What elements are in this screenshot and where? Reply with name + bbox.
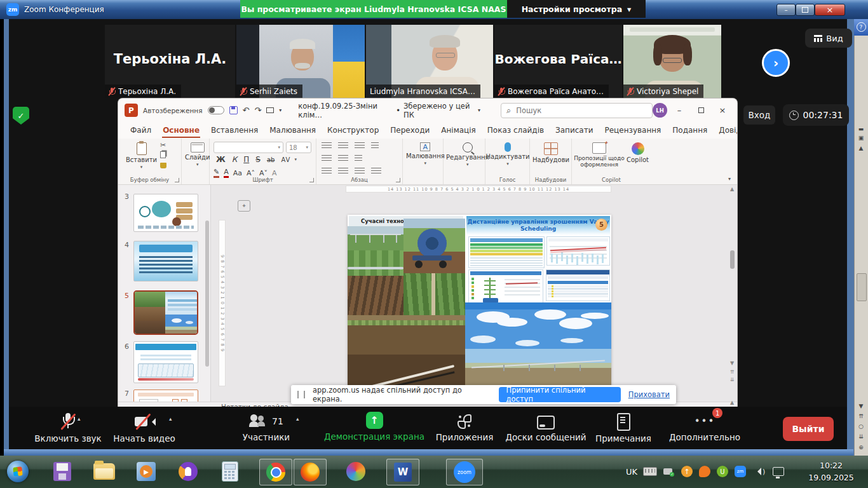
- title-chevron-icon[interactable]: ▾: [478, 107, 480, 113]
- font-dialog-launcher[interactable]: [309, 178, 314, 182]
- copilot-button[interactable]: Copilot: [627, 142, 649, 163]
- cut-icon[interactable]: ✂: [160, 141, 166, 149]
- scroll-up-icon[interactable]: ▲: [854, 145, 868, 151]
- taskbar-icon-photos[interactable]: [343, 459, 369, 484]
- ppt-close-button[interactable]: ×: [713, 105, 732, 115]
- hide-link[interactable]: Приховати: [628, 390, 670, 399]
- redo-icon[interactable]: ↷: [254, 105, 261, 115]
- bold-button[interactable]: Ж: [214, 155, 228, 164]
- save-icon[interactable]: [229, 106, 238, 114]
- video-tile-terokhina[interactable]: Терьохіна Л.А. Терьохіна Л.А.: [105, 25, 235, 98]
- zoom-tray-icon[interactable]: zm: [735, 465, 746, 478]
- search-box[interactable]: ⌕: [501, 103, 653, 118]
- taskbar-icon-zoom[interactable]: zoom: [446, 459, 483, 485]
- new-slide-button[interactable]: Слайди ▾: [185, 142, 210, 167]
- tab-transitions[interactable]: Переходи: [384, 123, 435, 137]
- tab-file[interactable]: Файл: [125, 123, 157, 137]
- next-page-icon[interactable]: ⇊: [854, 433, 868, 440]
- previous-slide-button[interactable]: ⇈: [729, 369, 735, 375]
- designer-button[interactable]: ✦ Пропозиції щодо оформлення: [573, 142, 625, 168]
- thumbnails-scrollbar[interactable]: [205, 220, 209, 367]
- participants-button[interactable]: 71 Участники: [228, 413, 304, 442]
- autosave-toggle[interactable]: [208, 106, 224, 114]
- minimize-button[interactable]: –: [776, 4, 796, 16]
- columns-icon[interactable]: [355, 155, 362, 162]
- subscript-button[interactable]: ab: [264, 156, 277, 163]
- ppt-minimize-button[interactable]: –: [670, 105, 689, 115]
- stop-sharing-button[interactable]: Припинити спільний доступ: [499, 387, 621, 402]
- shrink-font-button[interactable]: А˅: [259, 169, 268, 177]
- numbering-icon[interactable]: [338, 142, 348, 149]
- slide-thumbnail-3[interactable]: [133, 194, 198, 232]
- slide-thumbnail-4[interactable]: [133, 241, 198, 281]
- slide-scroll-down-icon[interactable]: ▼: [729, 360, 735, 366]
- slide-scroll-up-icon[interactable]: ▲: [729, 186, 735, 192]
- select-object-icon[interactable]: ○: [854, 423, 868, 430]
- keyboard-tray-icon[interactable]: [643, 465, 657, 478]
- drawing-button[interactable]: A Малювання ▾: [406, 142, 445, 166]
- addins-button[interactable]: Надбудови: [530, 142, 572, 163]
- tab-animations[interactable]: Анімація: [435, 123, 482, 137]
- saved-state[interactable]: Збережено у цей ПК: [403, 102, 475, 119]
- slide-thumbnail-5[interactable]: [133, 290, 198, 335]
- close-button[interactable]: ×: [815, 4, 845, 16]
- slide-scrollbar-thumb[interactable]: [730, 250, 735, 269]
- unmute-button[interactable]: Включить звук: [27, 413, 109, 444]
- justify-icon[interactable]: [371, 168, 381, 175]
- help-icon[interactable]: ?: [857, 22, 866, 32]
- tab-slideshow[interactable]: Показ слайдів: [482, 123, 550, 137]
- language-indicator[interactable]: UK: [626, 465, 637, 478]
- scrollbar-thumb[interactable]: [857, 273, 867, 301]
- character-spacing-button[interactable]: AV: [278, 156, 293, 163]
- text-direction-icon[interactable]: [371, 142, 379, 149]
- undo-icon[interactable]: ↶: [243, 105, 250, 115]
- maximize-button[interactable]: [796, 4, 815, 16]
- font-size-combo[interactable]: 18▾: [286, 142, 311, 153]
- taskbar-icon-calculator[interactable]: [217, 459, 243, 484]
- audio-options-chevron-icon[interactable]: ▴: [78, 416, 81, 422]
- taskbar-clock[interactable]: 10:22 19.09.2025: [799, 456, 863, 488]
- usb-tray-icon[interactable]: ✓: [663, 465, 672, 478]
- participants-options-chevron-icon[interactable]: ▴: [296, 416, 299, 422]
- video-tile-victoriya[interactable]: Victoriya Shepel: [623, 25, 721, 98]
- slide-canvas[interactable]: Сучасні технології зрошення: [348, 215, 611, 386]
- volume-tray-icon[interactable]: ): [754, 465, 765, 478]
- join-button[interactable]: Вход: [743, 105, 775, 125]
- taskbar-icon-antivirus[interactable]: [175, 459, 201, 484]
- increase-indent-icon[interactable]: [338, 155, 348, 162]
- align-center-icon[interactable]: [338, 168, 348, 175]
- slideshow-icon[interactable]: [266, 107, 274, 113]
- taskbar-icon-backup[interactable]: [50, 459, 75, 484]
- leave-button[interactable]: Выйти: [783, 417, 834, 441]
- designer-suggestion-icon[interactable]: ✦: [238, 200, 250, 212]
- strikethrough-button[interactable]: S: [253, 155, 263, 164]
- bullets-icon[interactable]: [322, 142, 332, 149]
- paragraph-dialog-launcher[interactable]: [396, 178, 400, 182]
- view-settings-button[interactable]: Настройки просмотра ▾: [507, 0, 646, 18]
- zoom-in-icon[interactable]: ⊕: [854, 444, 868, 451]
- ppt-restore-button[interactable]: [691, 105, 710, 115]
- underline-button[interactable]: П: [241, 155, 252, 164]
- grow-font-button[interactable]: А˄: [247, 169, 255, 177]
- notes-button[interactable]: Примечания: [588, 413, 658, 444]
- taskbar-icon-word[interactable]: W: [386, 459, 419, 485]
- quick-access-chevron-icon[interactable]: ▾: [279, 107, 281, 113]
- notes-scroll-up-icon[interactable]: ▲: [729, 400, 735, 405]
- decrease-indent-icon[interactable]: [322, 155, 332, 162]
- whiteboards-button[interactable]: Доски сообщений: [505, 413, 587, 442]
- view-button[interactable]: Вид: [805, 29, 852, 48]
- tab-help[interactable]: Довідка: [713, 123, 737, 137]
- video-options-chevron-icon[interactable]: ▴: [169, 416, 172, 422]
- paste-button[interactable]: Вставити ▾: [126, 142, 157, 170]
- next-participants-button[interactable]: ›: [762, 49, 790, 77]
- clipboard-dialog-launcher[interactable]: [175, 178, 179, 182]
- copy-icon[interactable]: [160, 151, 166, 158]
- editing-button[interactable]: Редагування ▾: [446, 142, 489, 167]
- change-case-button[interactable]: Аа: [233, 169, 242, 177]
- taskbar-icon-media-player[interactable]: ▶: [133, 459, 159, 484]
- tab-home[interactable]: Основне: [157, 123, 205, 137]
- format-painter-icon[interactable]: [160, 163, 166, 168]
- select-browse-icon[interactable]: ▣: [854, 135, 868, 141]
- taskbar-icon-explorer[interactable]: [92, 459, 117, 484]
- font-name-combo[interactable]: ▾: [214, 142, 283, 153]
